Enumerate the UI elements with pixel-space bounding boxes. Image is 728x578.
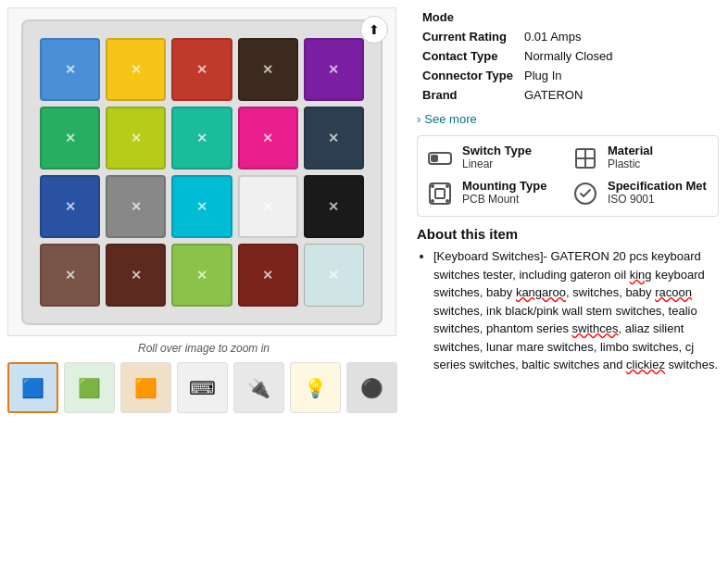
spec-row: BrandGATERON [417, 85, 719, 105]
switch-cell: ✕ [106, 38, 166, 101]
left-panel: ✕✕✕✕✕✕✕✕✕✕✕✕✕✕✕✕✕✕✕✕ ⬆ Roll over image t… [0, 0, 408, 578]
switch-cell: ✕ [238, 38, 298, 101]
switch-cell: ✕ [171, 244, 232, 307]
thumbnail-row: 🟦🟩🟧⌨🔌💡⚫ [7, 362, 400, 413]
spec-row: Connector TypePlug In [417, 66, 719, 85]
feature-grid: Switch TypeLinearMaterialPlasticMounting… [417, 135, 719, 217]
switch-cell: ✕ [304, 244, 364, 307]
highlighted-text-swithces: swithces [572, 321, 619, 335]
switch-cell: ✕ [106, 107, 166, 170]
about-list: [Keyboard Switches]- GATERON 20 pcs keyb… [417, 247, 719, 374]
svg-point-10 [446, 199, 449, 203]
spec-icon [571, 179, 600, 208]
zoom-hint: Roll over image to zoom in [7, 342, 400, 355]
switch-cell: ✕ [238, 244, 298, 307]
switch-icon [425, 144, 455, 173]
switch-cell: ✕ [171, 38, 232, 101]
spec-label: Current Rating [417, 27, 519, 46]
spec-label: Brand [417, 85, 519, 105]
switch-cell: ✕ [106, 175, 166, 238]
feature-title: Specification Met [608, 179, 707, 193]
spec-row: Current Rating0.01 Amps [417, 27, 719, 46]
highlighted-text-clickiez: clickiez [626, 358, 665, 371]
switch-cell: ✕ [171, 107, 232, 170]
right-panel: ModeCurrent Rating0.01 AmpsContact TypeN… [408, 0, 728, 578]
about-item: [Keyboard Switches]- GATERON 20 pcs keyb… [433, 247, 719, 374]
share-button[interactable]: ⬆ [360, 16, 388, 44]
spec-value: Plug In [519, 66, 719, 85]
switch-cell: ✕ [304, 107, 364, 170]
see-more-row[interactable]: › See more [417, 112, 719, 126]
thumbnail-item[interactable]: ⌨ [177, 362, 228, 413]
spec-label: Connector Type [417, 66, 519, 85]
spec-value [519, 7, 719, 27]
svg-rect-6 [435, 189, 445, 198]
spec-row: Contact TypeNormally Closed [417, 46, 719, 66]
feature-item: Switch TypeLinear [425, 144, 565, 173]
feature-title: Switch Type [462, 144, 532, 157]
svg-rect-1 [431, 155, 438, 162]
chevron-icon: › [417, 112, 420, 126]
highlighted-text-kangaroo: kangaroo [516, 285, 566, 299]
spec-row: Mode [417, 7, 719, 27]
switch-cell: ✕ [106, 244, 166, 307]
thumbnail-item[interactable]: 💡 [290, 362, 341, 413]
about-title: About this item [417, 226, 719, 242]
highlighted-text-racoon: racoon [655, 285, 692, 299]
switch-cell: ✕ [238, 107, 298, 170]
mount-icon [425, 179, 455, 208]
feature-value: Plastic [608, 157, 653, 170]
spec-label: Contact Type [417, 46, 519, 66]
see-more-label[interactable]: See more [424, 112, 476, 126]
svg-point-7 [431, 184, 434, 188]
material-icon [571, 144, 600, 173]
feature-title: Mounting Type [462, 179, 546, 193]
thumbnail-item[interactable]: ⚫ [346, 362, 397, 413]
spec-table: ModeCurrent Rating0.01 AmpsContact TypeN… [417, 7, 719, 105]
feature-item: Specification MetISO 9001 [571, 179, 710, 208]
switch-cell: ✕ [40, 38, 100, 101]
svg-point-9 [431, 199, 434, 203]
thumbnail-item[interactable]: 🟧 [120, 362, 171, 413]
thumbnail-item[interactable]: 🟦 [7, 362, 58, 413]
svg-point-8 [446, 184, 449, 188]
feature-item: MaterialPlastic [571, 144, 710, 173]
switch-cell: ✕ [304, 175, 364, 238]
switch-cell: ✕ [304, 38, 364, 101]
feature-value: ISO 9001 [608, 193, 707, 206]
spec-value: 0.01 Amps [519, 27, 719, 46]
switch-cell: ✕ [238, 175, 298, 238]
switch-cell: ✕ [40, 244, 100, 307]
feature-item: Mounting TypePCB Mount [425, 179, 565, 208]
switch-grid: ✕✕✕✕✕✕✕✕✕✕✕✕✕✕✕✕✕✕✕✕ [21, 19, 383, 325]
spec-label: Mode [417, 7, 519, 27]
thumbnail-item[interactable]: 🟩 [64, 362, 115, 413]
switch-cell: ✕ [171, 175, 232, 238]
switch-cell: ✕ [40, 175, 100, 238]
feature-title: Material [608, 144, 653, 157]
feature-value: Linear [462, 157, 532, 170]
spec-value: GATERON [519, 85, 719, 105]
main-image: ✕✕✕✕✕✕✕✕✕✕✕✕✕✕✕✕✕✕✕✕ ⬆ [7, 7, 396, 336]
feature-value: PCB Mount [462, 193, 546, 206]
spec-value: Normally Closed [519, 46, 719, 66]
thumbnail-item[interactable]: 🔌 [233, 362, 284, 413]
highlighted-text-king: king [630, 268, 652, 282]
switch-cell: ✕ [40, 107, 100, 170]
